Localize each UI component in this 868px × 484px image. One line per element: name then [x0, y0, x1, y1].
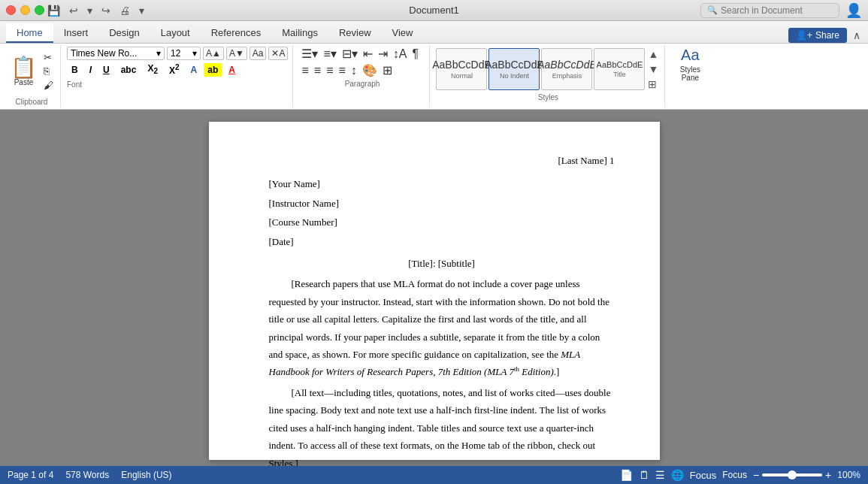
justify-icon[interactable]: ≡ [337, 63, 348, 78]
title-line: [Title]: [Subtitle] [269, 255, 615, 272]
font-row1: Times New Ro... ▾ 12 ▾ A▲ A▼ Aa ✕A B I U… [67, 47, 288, 79]
decrease-font-icon[interactable]: A▼ [226, 47, 247, 60]
text-effects-icon[interactable]: A [186, 63, 202, 77]
print-icon[interactable]: 🖨 [116, 3, 133, 18]
share-icon: 👤+ [796, 30, 812, 41]
font-group: Times New Ro... ▾ 12 ▾ A▲ A▼ Aa ✕A B I U… [62, 45, 293, 107]
align-right-icon[interactable]: ≡ [324, 63, 335, 78]
web-layout-icon[interactable]: 🌐 [671, 469, 684, 481]
styles-arrows: ▲ ▼ ⊞ [646, 47, 660, 92]
search-box[interactable]: 🔍 [700, 3, 839, 18]
status-bar: Page 1 of 4 578 Words English (US) 📄 🗒 ☰… [0, 466, 868, 484]
style-emphasis[interactable]: AaBbCcDdE Emphasis [541, 48, 592, 90]
styles-up-icon[interactable]: ▲ [646, 47, 660, 62]
customize-icon[interactable]: ▾ [136, 3, 147, 18]
styles-pane-button[interactable]: Aa StylesPane [671, 47, 709, 82]
cut-icon[interactable]: ✂ [41, 51, 56, 65]
style-title[interactable]: AaBbCcDdE Title [594, 48, 645, 90]
styles-label: Styles [538, 93, 558, 101]
save-icon[interactable]: 💾 [44, 3, 63, 18]
tab-layout[interactable]: Layout [150, 23, 201, 43]
paragraph-2: [All text—including titles, quotations, … [269, 384, 615, 466]
show-hide-icon[interactable]: ¶ [410, 47, 422, 62]
read-mode-icon[interactable]: 📄 [620, 469, 633, 481]
underline-button[interactable]: U [98, 63, 114, 77]
change-case-icon[interactable]: Aa [250, 47, 267, 60]
outline-icon[interactable]: ☰ [655, 469, 665, 481]
decrease-indent-icon[interactable]: ⇤ [361, 47, 375, 62]
paste-button[interactable]: 📋 Paste [8, 56, 40, 88]
close-button[interactable] [6, 5, 16, 15]
styles-more-icon[interactable]: ⊞ [646, 77, 660, 92]
titlebar-right: 🔍 👤 [700, 2, 862, 19]
document-area[interactable]: [Last Name] 1 [Your Name] [Instructor Na… [0, 110, 868, 466]
clear-format-icon[interactable]: ✕A [268, 47, 288, 60]
bullets-icon[interactable]: ☰▾ [299, 47, 320, 62]
print-layout-icon[interactable]: 🗒 [639, 469, 649, 481]
zoom-slider: − + [753, 469, 831, 481]
clipboard-content: 📋 Paste ✂ ⎘ 🖌 [8, 47, 56, 96]
strikethrough-button[interactable]: abc [116, 63, 141, 77]
increase-indent-icon[interactable]: ⇥ [376, 47, 390, 62]
undo-icon[interactable]: ↩ [66, 3, 81, 18]
superscript-button[interactable]: X2 [165, 62, 184, 77]
ribbon-tab-right: 👤+ Share ∧ [788, 28, 862, 43]
expand-ribbon-icon[interactable]: ∧ [851, 28, 862, 43]
multilevel-list-icon[interactable]: ⊟▾ [340, 47, 360, 62]
maximize-button[interactable] [35, 5, 44, 15]
zoom-track[interactable] [762, 473, 822, 476]
tab-mailings[interactable]: Mailings [271, 23, 328, 43]
bold-button[interactable]: B [67, 63, 83, 77]
paragraph-group: ☰▾ ≡▾ ⊟▾ ⇤ ⇥ ↕A ¶ ≡ ≡ ≡ ≡ ↕ 🎨 ⊞ Paragrap… [295, 45, 430, 107]
page-header: [Last Name] 1 [269, 152, 615, 169]
tab-home[interactable]: Home [6, 23, 53, 43]
share-button[interactable]: 👤+ Share [788, 28, 847, 43]
tab-insert[interactable]: Insert [53, 23, 99, 43]
styles-down-icon[interactable]: ▼ [646, 62, 660, 77]
fontsize-dropdown-icon: ▾ [192, 48, 197, 59]
numbering-icon[interactable]: ≡▾ [321, 47, 338, 62]
page: [Last Name] 1 [Your Name] [Instructor Na… [209, 122, 660, 460]
undo-dropdown-icon[interactable]: ▾ [84, 3, 95, 18]
font-family-select[interactable]: Times New Ro... ▾ [67, 47, 165, 60]
clipboard-label: Clipboard [16, 98, 48, 106]
document-title: Document1 [409, 5, 458, 16]
align-left-icon[interactable]: ≡ [299, 63, 310, 78]
align-center-icon[interactable]: ≡ [312, 63, 323, 78]
zoom-level: 100% [837, 470, 860, 480]
tab-references[interactable]: References [201, 23, 271, 43]
clipboard-sub: ✂ ⎘ 🖌 [41, 51, 56, 92]
borders-icon[interactable]: ⊞ [380, 63, 395, 78]
zoom-thumb[interactable] [788, 470, 797, 479]
styles-pane-group: Aa StylesPane [667, 45, 713, 107]
style-normal[interactable]: AaBbCcDdE Normal [436, 48, 487, 90]
zoom-in-button[interactable]: + [825, 469, 831, 481]
styles-pane-icon: Aa [681, 47, 699, 64]
search-input[interactable] [721, 5, 833, 16]
italic-button[interactable]: I [85, 63, 96, 77]
highlight-icon[interactable]: ab [204, 63, 222, 77]
increase-font-icon[interactable]: A▲ [203, 47, 224, 60]
minimize-button[interactable] [20, 5, 30, 15]
zoom-out-button[interactable]: − [753, 469, 759, 481]
copy-icon[interactable]: ⎘ [41, 65, 56, 78]
style-no-indent[interactable]: AaBbCcDdE No Indent [488, 48, 540, 90]
instructor-name: [Instructor Name] [269, 195, 615, 212]
sort-icon[interactable]: ↕A [391, 47, 410, 62]
your-name: [Your Name] [269, 175, 615, 192]
redo-icon[interactable]: ↪ [98, 3, 113, 18]
subscript-button[interactable]: X2 [143, 62, 162, 77]
tab-design[interactable]: Design [98, 23, 150, 43]
line-spacing-icon[interactable]: ↕ [349, 63, 359, 78]
tab-view[interactable]: View [382, 23, 424, 43]
shading-icon[interactable]: 🎨 [360, 63, 380, 78]
paragraph-label: Paragraph [345, 80, 380, 88]
focus-label[interactable]: Focus [722, 470, 747, 480]
font-color-icon[interactable]: A [224, 63, 240, 77]
profile-icon[interactable]: 👤 [845, 2, 862, 19]
tab-review[interactable]: Review [328, 23, 382, 43]
focus-button[interactable]: Focus [690, 470, 716, 481]
format-painter-icon[interactable]: 🖌 [41, 79, 56, 92]
font-size-select[interactable]: 12 ▾ [167, 47, 201, 60]
styles-group: AaBbCcDdE Normal AaBbCcDdE No Indent AaB… [431, 45, 665, 107]
